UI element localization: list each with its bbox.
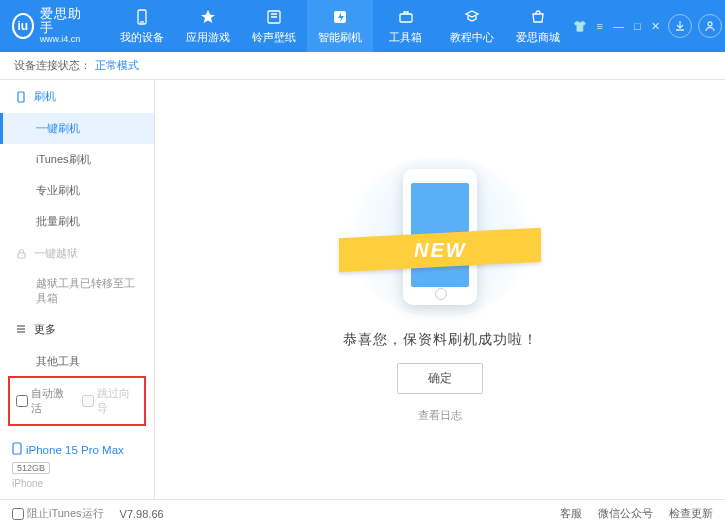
nav-label: 工具箱 (389, 30, 422, 45)
svg-rect-6 (18, 92, 24, 102)
sidebar-item-itunes[interactable]: iTunes刷机 (0, 144, 154, 175)
svg-rect-11 (13, 443, 21, 454)
toolbox-icon (398, 8, 414, 26)
app-name: 爱思助手 (40, 7, 85, 36)
checkbox-label: 自动激活 (31, 386, 72, 416)
maximize-icon[interactable]: □ (632, 18, 643, 35)
apps-icon (200, 8, 216, 26)
nav-flash[interactable]: 智能刷机 (307, 0, 373, 52)
checkbox-input[interactable] (12, 508, 24, 520)
checkbox-label: 阻止iTunes运行 (27, 506, 104, 521)
checkbox-label: 跳过向导 (97, 386, 138, 416)
nav-label: 爱思商城 (516, 30, 560, 45)
header: iu 爱思助手 www.i4.cn 我的设备 应用游戏 铃声壁纸 智能刷机 工具… (0, 0, 725, 52)
nav-tutorials[interactable]: 教程中心 (439, 0, 505, 52)
nav-tools[interactable]: 工具箱 (373, 0, 439, 52)
footer-update[interactable]: 检查更新 (669, 506, 713, 521)
lock-icon (14, 248, 28, 259)
skin-icon[interactable]: 👕 (571, 18, 589, 35)
svg-rect-4 (400, 14, 412, 22)
nav-label: 铃声壁纸 (252, 30, 296, 45)
option-highlight-box: 自动激活 跳过向导 (8, 376, 146, 426)
ringtone-icon (266, 8, 282, 26)
nav-apps[interactable]: 应用游戏 (175, 0, 241, 52)
user-button[interactable] (698, 14, 722, 38)
logo: iu 爱思助手 www.i4.cn (0, 7, 97, 45)
sidebar-section-jailbreak: 一键越狱 (0, 237, 154, 270)
nav-ringtones[interactable]: 铃声壁纸 (241, 0, 307, 52)
sidebar-item-batch[interactable]: 批量刷机 (0, 206, 154, 237)
sidebar: 刷机 一键刷机 iTunes刷机 专业刷机 批量刷机 一键越狱 越狱工具已转移至… (0, 80, 155, 499)
ok-button[interactable]: 确定 (397, 363, 483, 394)
nav-label: 教程中心 (450, 30, 494, 45)
device-icon (12, 442, 22, 457)
svg-rect-7 (18, 253, 25, 258)
nav-my-device[interactable]: 我的设备 (109, 0, 175, 52)
app-url: www.i4.cn (40, 35, 85, 45)
sidebar-section-more[interactable]: 更多 (0, 313, 154, 346)
checkbox-input (82, 395, 94, 407)
status-label: 设备连接状态： (14, 58, 91, 73)
footer: 阻止iTunes运行 V7.98.66 客服 微信公众号 检查更新 (0, 499, 725, 527)
device-name: iPhone 15 Pro Max (26, 444, 124, 456)
minimize-icon[interactable]: — (611, 18, 626, 35)
logo-icon: iu (12, 13, 34, 39)
footer-wechat[interactable]: 微信公众号 (598, 506, 653, 521)
store-icon (530, 8, 546, 26)
device-info[interactable]: iPhone 15 Pro Max 512GB iPhone (0, 434, 154, 499)
nav-label: 智能刷机 (318, 30, 362, 45)
view-log-link[interactable]: 查看日志 (418, 408, 462, 423)
section-label: 一键越狱 (34, 246, 78, 261)
sidebar-section-flash[interactable]: 刷机 (0, 80, 154, 113)
close-icon[interactable]: ✕ (649, 18, 662, 35)
more-icon (14, 323, 28, 335)
flash-icon (332, 8, 348, 26)
device-type: iPhone (12, 478, 142, 489)
checkbox-auto-activate[interactable]: 自动激活 (16, 386, 72, 416)
nav-label: 应用游戏 (186, 30, 230, 45)
tutorial-icon (464, 8, 480, 26)
download-button[interactable] (668, 14, 692, 38)
success-message: 恭喜您，保资料刷机成功啦！ (343, 331, 538, 349)
nav-label: 我的设备 (120, 30, 164, 45)
sidebar-jailbreak-note: 越狱工具已转移至工具箱 (0, 270, 154, 313)
sidebar-item-othertools[interactable]: 其他工具 (0, 346, 154, 372)
section-label: 刷机 (34, 89, 56, 104)
nav-store[interactable]: 爱思商城 (505, 0, 571, 52)
section-icon (14, 91, 28, 103)
window-controls: 👕 ≡ — □ ✕ (571, 18, 662, 35)
section-label: 更多 (34, 322, 56, 337)
footer-support[interactable]: 客服 (560, 506, 582, 521)
header-right: 👕 ≡ — □ ✕ (571, 14, 725, 38)
storage-badge: 512GB (12, 462, 50, 474)
status-bar: 设备连接状态： 正常模式 (0, 52, 725, 80)
success-illustration: NEW (345, 157, 535, 317)
checkbox-skip-guide[interactable]: 跳过向导 (82, 386, 138, 416)
main-content: NEW 恭喜您，保资料刷机成功啦！ 确定 查看日志 (155, 80, 725, 499)
block-itunes-checkbox[interactable]: 阻止iTunes运行 (12, 506, 104, 521)
sidebar-item-pro[interactable]: 专业刷机 (0, 175, 154, 206)
status-value: 正常模式 (95, 58, 139, 73)
version-label: V7.98.66 (120, 508, 164, 520)
sidebar-item-oneclick[interactable]: 一键刷机 (0, 113, 154, 144)
device-icon (134, 8, 150, 26)
svg-point-5 (708, 22, 712, 26)
top-nav: 我的设备 应用游戏 铃声壁纸 智能刷机 工具箱 教程中心 爱思商城 (109, 0, 571, 52)
menu-icon[interactable]: ≡ (595, 18, 605, 35)
checkbox-input[interactable] (16, 395, 28, 407)
